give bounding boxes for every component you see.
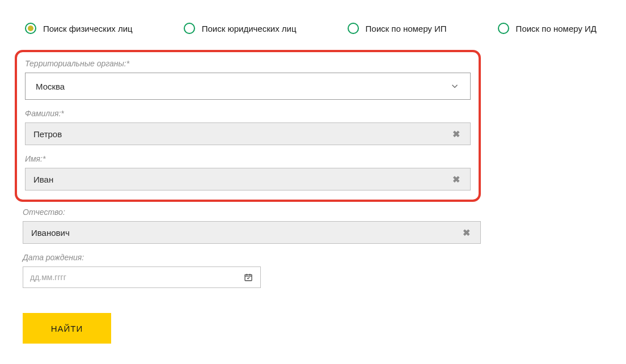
radio-dot-selected-icon [25, 23, 36, 34]
chevron-down-icon [450, 81, 460, 91]
patronymic-input-value: Иванович [31, 228, 70, 238]
field-region: Территориальные органы:* Москва [25, 59, 471, 100]
label-patronymic: Отчество: [23, 208, 481, 217]
radio-ip-number-label: Поиск по номеру ИП [366, 24, 447, 33]
search-form: Территориальные органы:* Москва Фамилия:… [23, 50, 481, 344]
region-select-value: Москва [36, 82, 65, 91]
radio-dot-icon [498, 23, 509, 34]
search-button[interactable]: НАЙТИ [23, 313, 111, 344]
surname-input[interactable]: Петров ✖ [25, 122, 471, 145]
label-dob: Дата рождения: [23, 253, 481, 262]
name-input-value: Иван [33, 175, 53, 184]
field-surname: Фамилия:* Петров ✖ [25, 109, 471, 145]
required-fields-highlight: Территориальные органы:* Москва Фамилия:… [15, 50, 481, 202]
surname-input-value: Петров [33, 129, 62, 139]
dob-placeholder: дд.мм.гггг [30, 273, 66, 282]
close-icon[interactable]: ✖ [450, 174, 462, 185]
search-type-radios: Поиск физических лиц Поиск юридических л… [25, 23, 603, 34]
close-icon[interactable]: ✖ [450, 129, 462, 139]
label-surname: Фамилия:* [25, 109, 471, 118]
field-name: Имя:* Иван ✖ [25, 154, 471, 191]
calendar-icon[interactable] [243, 272, 253, 282]
svg-rect-0 [245, 274, 252, 281]
radio-legal[interactable]: Поиск юридических лиц [184, 23, 297, 34]
dob-input[interactable]: дд.мм.гггг [23, 266, 261, 288]
radio-id-number-label: Поиск по номеру ИД [516, 24, 597, 33]
radio-dot-icon [184, 23, 195, 34]
patronymic-input[interactable]: Иванович ✖ [23, 221, 481, 244]
radio-dot-icon [348, 23, 359, 34]
radio-ip-number[interactable]: Поиск по номеру ИП [348, 23, 447, 34]
radio-individuals[interactable]: Поиск физических лиц [25, 23, 133, 34]
close-icon[interactable]: ✖ [460, 227, 472, 238]
field-dob: Дата рождения: дд.мм.гггг [23, 253, 481, 288]
region-select[interactable]: Москва [25, 73, 471, 100]
field-patronymic: Отчество: Иванович ✖ [23, 208, 481, 244]
label-region: Территориальные органы:* [25, 59, 471, 68]
label-name: Имя:* [25, 154, 471, 163]
radio-id-number[interactable]: Поиск по номеру ИД [498, 23, 597, 34]
radio-legal-label: Поиск юридических лиц [202, 24, 297, 33]
radio-individuals-label: Поиск физических лиц [43, 24, 133, 33]
name-input[interactable]: Иван ✖ [25, 168, 471, 191]
